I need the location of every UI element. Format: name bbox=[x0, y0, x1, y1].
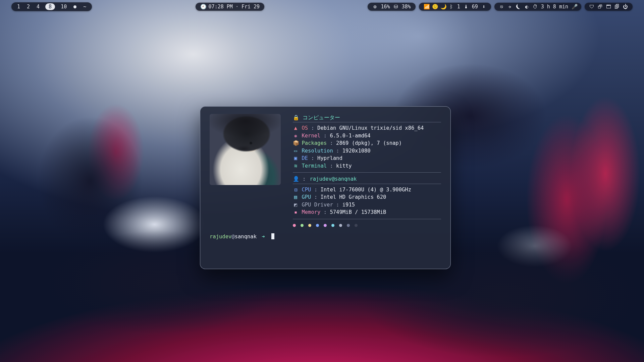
workspace-10[interactable]: 10 bbox=[60, 4, 68, 10]
row-value: Hyprland bbox=[317, 155, 342, 161]
temperature: 69 bbox=[472, 4, 478, 10]
row-sep: : bbox=[308, 125, 317, 131]
palette-swatch bbox=[331, 224, 334, 227]
uptime-text: 3 h 8 min bbox=[541, 4, 568, 10]
palette-swatch bbox=[339, 224, 342, 227]
shell-prompt[interactable]: rajudev@sanqnak ➜ bbox=[210, 233, 441, 240]
sleep-icon: ⏾ bbox=[516, 4, 521, 10]
dot-icon bbox=[73, 5, 76, 8]
workspace-2[interactable]: 2 bbox=[26, 4, 31, 10]
palette-swatch bbox=[316, 224, 319, 227]
separator-dot-icon: • bbox=[236, 5, 238, 8]
divider bbox=[293, 172, 441, 173]
row-icon: ▪ bbox=[293, 208, 299, 216]
row-key: GPU Driver bbox=[302, 202, 333, 208]
contrast-icon: ◐ bbox=[524, 4, 529, 10]
row-icon: 📦 bbox=[293, 139, 299, 147]
row-sep: : bbox=[333, 148, 342, 154]
airplane-icon: ✈ bbox=[507, 4, 513, 10]
info-row: ❋ Kernel : 6.5.0-1-amd64 bbox=[293, 132, 441, 139]
row-value: 2869 (dpkg), 7 (snap) bbox=[336, 140, 402, 146]
prompt-at: @ bbox=[231, 234, 234, 240]
prompt-arrow-icon: ➜ bbox=[262, 234, 265, 240]
copy-icon[interactable]: 🗐 bbox=[614, 4, 620, 10]
palette-swatch bbox=[347, 224, 350, 227]
cpu-percent: 16% bbox=[381, 4, 390, 10]
display-icon[interactable]: 🗔 bbox=[606, 4, 611, 10]
system-meter[interactable]: ⚙ 16% ⛁ 38% bbox=[368, 3, 415, 11]
workspace-scratch[interactable] bbox=[72, 4, 77, 10]
moon-icon: 🌙 bbox=[440, 4, 445, 10]
info-row: ≋ Terminal : kitty bbox=[293, 162, 441, 170]
row-value: i915 bbox=[342, 202, 355, 208]
row-sep: : bbox=[320, 133, 330, 139]
workspace-4[interactable]: 4 bbox=[36, 4, 41, 10]
info-row: ▲ OS : Debian GNU/Linux trixie/sid x86_6… bbox=[293, 124, 441, 132]
row-icon: ▭ bbox=[293, 147, 299, 155]
row-key: Kernel bbox=[302, 133, 320, 139]
stopwatch-icon: ⏱ bbox=[533, 4, 538, 10]
network-widget[interactable]: 📶 🙂 🌙 ᛒ 1 🌡 69 ⬇ bbox=[419, 3, 491, 11]
download-icon: ⬇ bbox=[481, 4, 486, 10]
info-row: ▭ Resolution : 644x362 bbox=[293, 147, 441, 155]
windows-icon[interactable]: 🗗 bbox=[598, 4, 603, 10]
escape-icon: ⎋ bbox=[499, 4, 504, 10]
info-row: ▣ DE : Hyprland bbox=[293, 155, 441, 162]
clock-time: 07:28 PM bbox=[209, 4, 233, 10]
palette-swatch bbox=[324, 224, 327, 227]
terminal-window[interactable]: 🔒 コンピューター ▲ OS : Debian GNU/Linux trixie… bbox=[200, 106, 451, 269]
row-sep: : bbox=[327, 140, 336, 146]
row-sep: : bbox=[320, 209, 330, 215]
row-sep: : bbox=[311, 187, 320, 193]
user-at-host: rajudev@sanqnak bbox=[310, 175, 357, 183]
row-key: Resolution bbox=[302, 148, 333, 154]
row-key: Memory bbox=[302, 209, 320, 215]
shield-icon[interactable]: 🛡 bbox=[589, 4, 594, 10]
color-palette bbox=[293, 224, 441, 227]
palette-swatch bbox=[355, 224, 358, 227]
row-value: Debian GNU/Linux trixie/sid x86_64 bbox=[317, 125, 424, 131]
user-icon: 👤 bbox=[293, 175, 299, 183]
row-icon: ⧈ bbox=[293, 186, 299, 193]
row-icon: ❋ bbox=[293, 132, 299, 139]
row-key: CPU bbox=[302, 187, 311, 193]
workspace-tilde[interactable]: ~ bbox=[82, 4, 87, 10]
row-key: OS bbox=[302, 125, 308, 131]
top-bar: 1 2 4 8 10 ~ 🕘 07:28 PM • Fri 29 ⚙ 16% ⛁… bbox=[0, 2, 644, 11]
row-value: 644x362 bbox=[342, 148, 371, 154]
clock-widget[interactable]: 🕘 07:28 PM • Fri 29 bbox=[196, 3, 264, 11]
row-value: kitty bbox=[336, 163, 352, 169]
palette-swatch bbox=[301, 224, 304, 227]
row-key: Terminal bbox=[302, 163, 327, 169]
row-value: Intel HD Graphics 620 bbox=[320, 194, 386, 200]
ram-icon: ⛁ bbox=[393, 4, 398, 10]
section-user-title: 👤 : rajudev@sanqnak bbox=[293, 175, 441, 184]
uptime-widget[interactable]: ⎋ ✈ ⏾ ◐ ⏱ 3 h 8 min 🎤 bbox=[494, 3, 581, 11]
section-computer-label: コンピューター bbox=[303, 114, 340, 121]
palette-swatch bbox=[293, 224, 296, 227]
cpu-icon: ⚙ bbox=[372, 4, 377, 10]
row-key: DE bbox=[302, 155, 308, 161]
row-sep: : bbox=[308, 155, 317, 161]
wifi-icon: 📶 bbox=[424, 4, 429, 10]
lock-icon: 🔒 bbox=[293, 114, 299, 121]
workspace-switcher: 1 2 4 8 10 ~ bbox=[11, 2, 92, 11]
row-value: 6.5.0-1-amd64 bbox=[330, 133, 370, 139]
power-icon[interactable]: ⏻ bbox=[623, 4, 628, 10]
workspace-1[interactable]: 1 bbox=[16, 4, 21, 10]
neofetch-ascii-art bbox=[210, 114, 281, 185]
row-sep: : bbox=[311, 194, 320, 200]
row-icon: ▲ bbox=[293, 124, 299, 132]
cursor bbox=[271, 233, 274, 239]
face-icon: 🙂 bbox=[432, 4, 437, 10]
section-computer-title: 🔒 コンピューター bbox=[293, 114, 441, 122]
row-key: Packages bbox=[302, 140, 327, 146]
info-row: ◩ GPU Driver : i915 bbox=[293, 201, 441, 208]
info-row: ▤ GPU : Intel HD Graphics 620 bbox=[293, 193, 441, 201]
palette-swatch bbox=[308, 224, 311, 227]
row-icon: ▤ bbox=[293, 193, 299, 201]
bluetooth-count: 1 bbox=[457, 4, 460, 10]
row-sep: : bbox=[327, 163, 336, 169]
neofetch-output: 🔒 コンピューター ▲ OS : Debian GNU/Linux trixie… bbox=[210, 114, 441, 227]
workspace-8[interactable]: 8 bbox=[45, 3, 55, 10]
